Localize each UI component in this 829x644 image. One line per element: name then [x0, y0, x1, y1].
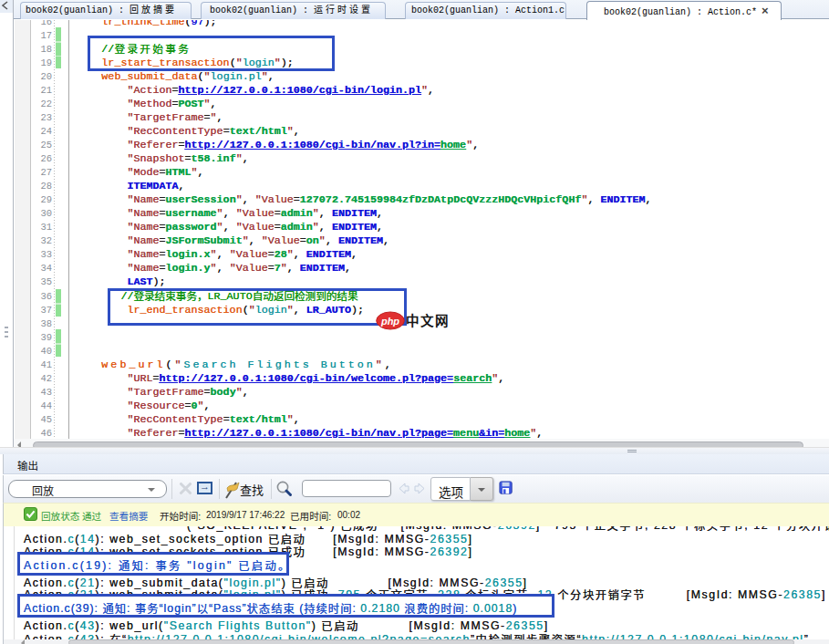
svg-text:php: php	[380, 316, 399, 327]
